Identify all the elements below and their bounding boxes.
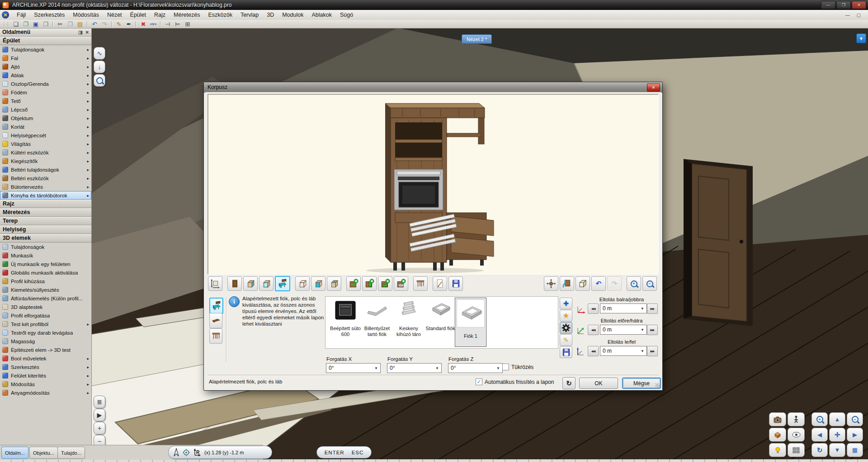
rotate-icon[interactable]: ↻ — [811, 443, 828, 457]
sidebar-item-szerkeszt-s[interactable]: Szerkesztés▸ — [0, 363, 91, 371]
copy-icon[interactable]: ❐ — [65, 20, 75, 28]
legs-icon[interactable] — [413, 276, 428, 291]
save-item-button[interactable] — [560, 346, 572, 358]
dialog-title-bar[interactable]: Korpusz ✕ — [204, 82, 662, 93]
sidebar-item-belt-ri-tulajdons-gok[interactable]: Beltéri tulajdonságok▸ — [0, 165, 91, 174]
rotate-element-icon[interactable] — [560, 276, 574, 291]
sidebar-item-j-munkas-k-egy-fel-leten[interactable]: Új munkasík egy felületen — [0, 260, 91, 268]
thumbnail-billenty-zet-tart-fi-k[interactable]: Billentyűzet tartó fiók — [362, 299, 392, 345]
bottom-tab-objektu[interactable]: Objektu... — [29, 447, 58, 459]
step-right-button[interactable]: ▶▶ — [647, 346, 658, 356]
sidebar-item-test-k-t-profilb-l[interactable]: Test két profilból▸ — [0, 320, 91, 328]
sidebar-item-korl-t[interactable]: Korlát▸ — [0, 122, 91, 131]
edit-item-button[interactable]: ✎ — [560, 334, 572, 346]
sidebar-item-oszlop-gerenda[interactable]: Oszlop/Gerenda▸ — [0, 79, 91, 88]
sidebar-item-tulajdons-gok[interactable]: Tulajdonságok — [0, 243, 91, 251]
add-drawer-icon[interactable] — [394, 276, 408, 291]
enter-button[interactable]: ENTER — [325, 450, 344, 455]
print-icon[interactable]: ❒ — [41, 20, 51, 28]
dialog-close-button[interactable]: ✕ — [647, 84, 660, 92]
zoom-in-icon[interactable]: + — [811, 412, 828, 426]
zoom-in-icon[interactable]: + — [627, 276, 641, 291]
thumbnail-keskeny-kih-z-t-ro[interactable]: Keskeny kihúzó táro — [393, 299, 424, 345]
sidebar-item-vil-g-t-s[interactable]: Világítás▸ — [0, 140, 91, 148]
tab-legs[interactable] — [209, 328, 222, 344]
attach-icon[interactable]: ⊨ — [173, 20, 183, 28]
menu-szerkeszt-s[interactable]: Szerkesztés — [30, 10, 69, 20]
menu-rajz[interactable]: Rajz — [150, 10, 170, 20]
open-icon[interactable]: ❐ — [21, 20, 31, 28]
lamp-icon[interactable] — [769, 443, 786, 457]
refresh-button[interactable]: ↻ — [562, 377, 576, 389]
new-document-icon[interactable]: ❏ — [11, 20, 21, 28]
favorites-button[interactable]: ★ — [560, 310, 572, 322]
sidebar-section-3d-elemek[interactable]: 3D elemek — [0, 234, 91, 243]
pan-icon[interactable]: ✛ — [829, 428, 845, 442]
sidebar-item-konyha-s-t-rol-b-torok[interactable]: Konyha és tárolóbútorok▸ — [0, 191, 91, 200]
bottom-tab-tulajdo[interactable]: Tulajdo... — [57, 447, 85, 459]
thumbnail-standard-fi-k[interactable]: Standard fiók — [425, 299, 456, 345]
tab-shelves[interactable] — [209, 313, 222, 328]
close-button[interactable]: ✕ — [852, 1, 866, 9]
offset-value-dropdown[interactable]: 0 m▼ — [600, 346, 647, 356]
sidebar-item-glob-lis-munkas-k-aktiv-l-sa[interactable]: Globális munkasík aktiválása — [0, 268, 91, 277]
thumbnail-fi-k-1[interactable]: Fiók 1 — [455, 298, 486, 347]
step-left-button[interactable]: ◀◀ — [588, 303, 599, 314]
menu-m-retez-s[interactable]: Méretezés — [170, 10, 204, 20]
offset-value-dropdown[interactable]: 0 m▼ — [600, 303, 647, 313]
mirror-checkbox[interactable] — [502, 364, 509, 370]
menu-f-jl[interactable]: Fájl — [13, 10, 30, 20]
menu-m-dos-t-s[interactable]: Módosítás — [69, 10, 103, 20]
up-icon[interactable]: ▲ — [829, 412, 845, 426]
add-shelf-icon[interactable] — [346, 276, 361, 291]
eye-icon[interactable] — [788, 428, 805, 442]
menu-p-let[interactable]: Épület — [126, 10, 150, 20]
dimensions-icon[interactable] — [208, 276, 222, 291]
sidebar-item-ablak[interactable]: Ablak▸ — [0, 71, 91, 79]
sidebar-section-rajz[interactable]: Rajz — [0, 200, 91, 208]
sidebar-item-objektum[interactable]: Objektum▸ — [0, 114, 91, 122]
thumbnail-be-p-tett-s-to-600[interactable]: Beépített süto 600 — [330, 299, 361, 345]
show-3d-icon[interactable] — [576, 276, 590, 291]
sidebar-item-ajt[interactable]: Ajtó▸ — [0, 62, 91, 71]
settings-button[interactable] — [560, 322, 572, 334]
walk-icon[interactable] — [788, 412, 805, 426]
sidebar-item-kiemel-s-s-llyeszt-s[interactable]: Kiemelés/süllyesztés — [0, 285, 91, 294]
sidebar-section-p-let[interactable]: Épület — [0, 37, 91, 45]
sidebar-item-kieg-sz-t-k[interactable]: Kiegészítők▸ — [0, 157, 91, 165]
zoom-out-icon[interactable]: − — [642, 276, 657, 291]
menu-3d[interactable]: 3D — [263, 10, 278, 20]
toolbar-grip[interactable]: ⋮⋮ — [0, 22, 11, 27]
sidebar-item-profil-kih-z-sa[interactable]: Profil kihúzása — [0, 277, 91, 285]
menu-n-zet[interactable]: Nézet — [103, 10, 126, 20]
mdi-window-controls[interactable]: — ▢ — [845, 13, 868, 18]
right-icon[interactable]: ▶ — [847, 428, 863, 442]
grid-icon[interactable]: ⊞ — [183, 20, 193, 28]
detach-icon[interactable]: ⊣ — [163, 20, 173, 28]
sidebar-item-munkas-k[interactable]: Munkasík — [0, 251, 91, 260]
pad-icon[interactable] — [788, 443, 805, 457]
viewport-corner-icon[interactable]: ▼ — [856, 33, 866, 43]
move-element-icon[interactable] — [544, 276, 558, 291]
down-icon[interactable]: ▼ — [829, 443, 845, 457]
sidebar-item-f-d-m[interactable]: Födém▸ — [0, 88, 91, 97]
undo-icon[interactable]: ↶ — [591, 276, 606, 291]
sidebar-item-l-pcs[interactable]: Lépcső▸ — [0, 105, 91, 114]
view-tab-nezet2[interactable]: Nézet 2 * — [462, 34, 492, 44]
side-panel-icon[interactable] — [243, 276, 258, 291]
auto-refresh-checkbox[interactable]: ✓ — [476, 378, 482, 385]
cube-icon[interactable] — [769, 428, 786, 442]
auto-refresh-option[interactable]: ✓ Automatikus frissítés a lapon — [476, 378, 554, 385]
zoom-tool-button[interactable] — [94, 74, 105, 87]
zoom-out-icon[interactable]: − — [847, 412, 863, 426]
step-right-button[interactable]: ▶▶ — [647, 325, 658, 335]
wireframe-icon[interactable] — [295, 276, 310, 291]
sidebar-item-helyis-gpecs-t[interactable]: Helyiségpecsét▸ — [0, 131, 91, 140]
list-tool-button[interactable]: ≣ — [94, 396, 105, 408]
sidebar-item-testr-l-egy-darab-lev-g-sa[interactable]: Testről egy darab levágása — [0, 328, 91, 337]
title-bar[interactable]: ARCHLine.XP 2014 non-profit (oktatási) v… — [0, 0, 868, 10]
rotation-dropdown[interactable]: 0°▼ — [448, 363, 503, 373]
close-icon[interactable]: ✕ — [85, 30, 89, 35]
ucs-icon[interactable]: R — [193, 448, 201, 457]
menu-s-g[interactable]: Súgó — [336, 10, 357, 20]
